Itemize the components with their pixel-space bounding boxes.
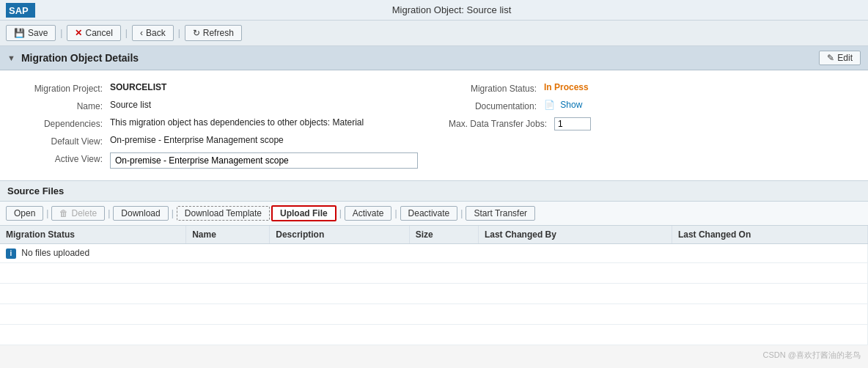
edit-button[interactable]: ✎ Edit: [819, 51, 861, 65]
col-size: Size: [409, 226, 478, 244]
delete-icon: 🗑: [59, 208, 68, 218]
separator-9: |: [459, 208, 464, 218]
svg-text:SAP: SAP: [9, 5, 29, 16]
max-jobs-value: [554, 117, 591, 130]
no-files-text: No files uploaded: [21, 248, 89, 258]
migration-project-row: Migration Project: SOURCELIST: [15, 79, 419, 97]
info-icon: i: [6, 249, 16, 259]
separator-4: |: [45, 208, 50, 218]
table-header-row: Migration Status Name Description Size L…: [0, 226, 868, 244]
table-row: [0, 303, 868, 324]
back-button[interactable]: ‹ Back: [132, 25, 174, 41]
table-row: [0, 283, 868, 303]
download-button[interactable]: Download: [113, 206, 168, 221]
col-last-changed-on: Last Changed On: [672, 226, 867, 244]
separator-6: |: [170, 208, 175, 218]
details-grid: Migration Project: SOURCELIST Name: Sour…: [15, 79, 853, 172]
files-table-container: Migration Status Name Description Size L…: [0, 226, 868, 345]
col-description: Description: [270, 226, 410, 244]
details-right: Migration Status: In Process Documentati…: [449, 79, 853, 172]
delete-button[interactable]: 🗑 Delete: [51, 206, 105, 221]
deactivate-button[interactable]: Deactivate: [400, 206, 458, 221]
default-view-value: On-premise - Enterprise Management scope: [110, 135, 284, 145]
separator-8: |: [393, 208, 398, 218]
col-name: Name: [186, 226, 270, 244]
name-row: Name: Source list: [15, 97, 419, 114]
max-jobs-row: Max. Data Transfer Jobs:: [449, 114, 853, 133]
col-migration-status: Migration Status: [0, 226, 186, 244]
main-toolbar: 💾 Save | ✕ Cancel | ‹ Back | ↻ Refresh: [0, 21, 868, 46]
default-view-row: Default View: On-premise - Enterprise Ma…: [15, 132, 419, 150]
files-toolbar: Open | 🗑 Delete | Download | Download Te…: [0, 202, 868, 226]
upload-file-button[interactable]: Upload File: [271, 205, 336, 221]
active-view-input[interactable]: [110, 152, 418, 169]
refresh-icon: ↻: [193, 28, 200, 38]
dependencies-row: Dependencies: This migration object has …: [15, 114, 419, 132]
migration-project-label: Migration Project:: [15, 82, 110, 94]
max-jobs-label: Max. Data Transfer Jobs:: [449, 117, 554, 129]
separator-2: |: [124, 28, 129, 38]
source-files-title: Source Files: [7, 185, 64, 196]
collapse-chevron[interactable]: ▼: [7, 54, 15, 62]
details-section-header: ▼ Migration Object Details ✎ Edit: [0, 46, 868, 70]
refresh-button[interactable]: ↻ Refresh: [185, 25, 242, 41]
migration-project-value: SOURCELIST: [110, 82, 166, 92]
activate-button[interactable]: Activate: [345, 206, 392, 221]
source-files-header: Source Files: [0, 181, 868, 202]
back-icon: ‹: [140, 28, 143, 38]
table-row: [0, 262, 868, 283]
max-jobs-input[interactable]: [554, 117, 591, 130]
save-button[interactable]: 💾 Save: [6, 25, 56, 41]
documentation-link[interactable]: Show: [560, 100, 582, 110]
details-section-title: Migration Object Details: [21, 52, 813, 64]
col-last-changed-by: Last Changed By: [478, 226, 672, 244]
save-icon: 💾: [14, 28, 25, 38]
active-view-label: Active View:: [15, 152, 110, 164]
separator-7: |: [338, 208, 343, 218]
edit-icon: ✎: [827, 53, 834, 63]
details-left: Migration Project: SOURCELIST Name: Sour…: [15, 79, 419, 172]
documentation-row: Documentation: 📄 Show: [449, 97, 853, 114]
details-panel: Migration Project: SOURCELIST Name: Sour…: [0, 70, 868, 181]
sap-logo: SAP: [6, 3, 35, 18]
documentation-label: Documentation:: [449, 100, 544, 111]
cancel-button[interactable]: ✕ Cancel: [67, 25, 120, 41]
migration-status-value: In Process: [544, 82, 589, 92]
cancel-icon: ✕: [75, 28, 82, 38]
name-value: Source list: [110, 100, 151, 110]
start-transfer-button[interactable]: Start Transfer: [466, 206, 535, 221]
files-table: Migration Status Name Description Size L…: [0, 226, 868, 345]
table-row: [0, 324, 868, 345]
app-header: SAP Migration Object: Source list: [0, 0, 868, 21]
no-files-cell: i No files uploaded: [0, 244, 868, 263]
default-view-label: Default View:: [15, 135, 110, 147]
name-label: Name:: [15, 100, 110, 111]
dependencies-value: This migration object has dependencies t…: [110, 117, 364, 128]
download-template-button[interactable]: Download Template: [177, 206, 270, 221]
migration-status-row: Migration Status: In Process: [449, 79, 853, 97]
migration-status-label: Migration Status:: [449, 82, 544, 94]
app-title: Migration Object: Source list: [41, 4, 862, 15]
active-view-row: Active View:: [15, 150, 419, 172]
table-row: i No files uploaded: [0, 244, 868, 263]
separator-3: |: [177, 28, 182, 38]
separator-5: |: [106, 208, 111, 218]
open-button[interactable]: Open: [6, 206, 43, 221]
separator-1: |: [59, 28, 64, 38]
documentation-value: 📄 Show: [544, 100, 582, 110]
dependencies-label: Dependencies:: [15, 117, 110, 129]
documentation-icon: 📄: [544, 100, 555, 110]
